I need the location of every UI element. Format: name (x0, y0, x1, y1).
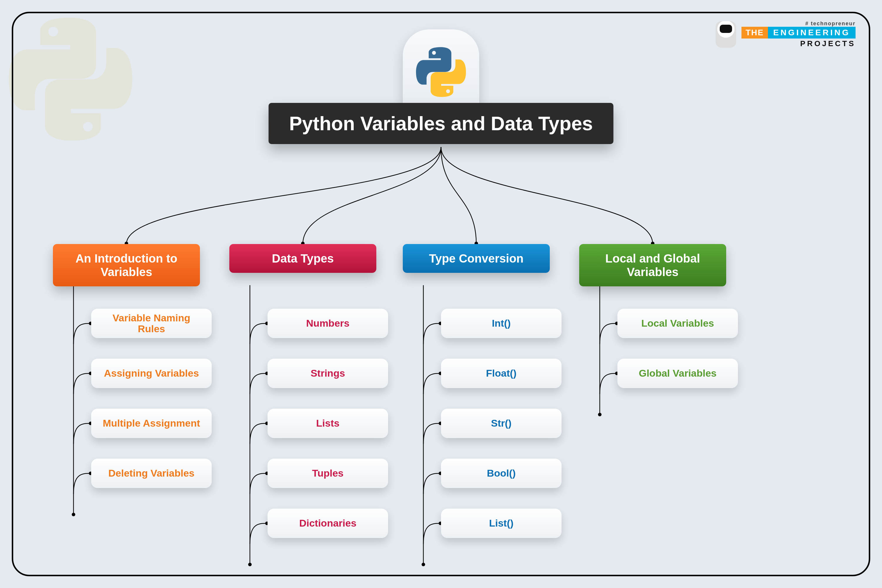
brand-hashtag: # technopreneur (805, 21, 855, 27)
leaf-item: Variable Naming Rules (91, 309, 212, 338)
leaf-item: Lists (267, 409, 388, 438)
python-icon (416, 47, 466, 97)
leaf-item: Strings (267, 358, 388, 388)
leaf-item: List() (441, 508, 561, 538)
python-logo-badge (403, 29, 479, 115)
brand-block: # technopreneur THE ENGINEERING PROJECTS (716, 21, 855, 48)
category-blue: Type Conversion (403, 244, 550, 273)
leaf-item: Multiple Assignment (91, 409, 212, 438)
leaf-item: Str() (441, 409, 561, 438)
leaf-item: Local Variables (617, 309, 738, 338)
leaf-item: Int() (441, 309, 561, 338)
diagram-title: Python Variables and Data Types (268, 103, 613, 144)
category-orange: An Introduction to Variables (53, 244, 200, 286)
brand-the: THE (741, 27, 768, 39)
robot-icon (716, 21, 736, 48)
leaf-item: Bool() (441, 459, 561, 488)
leaf-item: Assigning Variables (91, 358, 212, 388)
leaf-item: Float() (441, 358, 561, 388)
category-red: Data Types (230, 244, 376, 273)
leaf-item: Dictionaries (267, 508, 388, 538)
brand-engineering: ENGINEERING (768, 27, 855, 39)
leaf-item: Deleting Variables (91, 459, 212, 488)
leaf-item: Numbers (267, 309, 388, 338)
leaf-item: Global Variables (617, 358, 738, 388)
brand-projects: PROJECTS (800, 39, 855, 48)
leaf-item: Tuples (267, 459, 388, 488)
category-green: Local and Global Variables (579, 244, 726, 286)
